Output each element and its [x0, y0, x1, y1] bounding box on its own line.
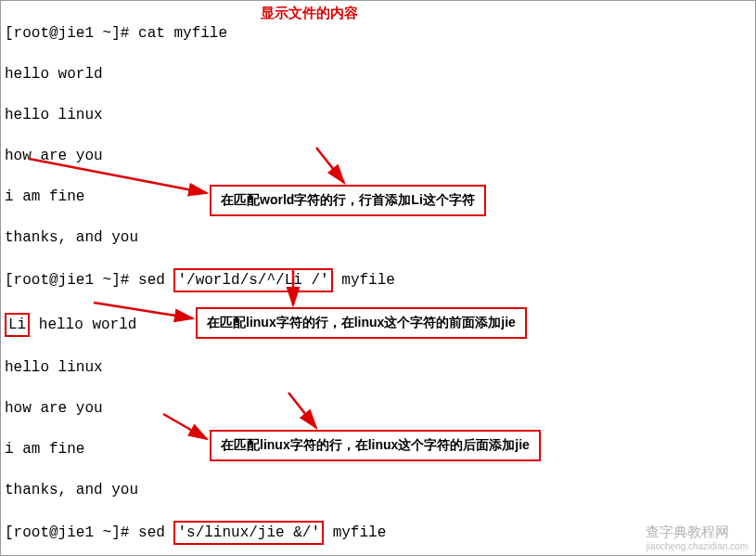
- watermark-sub: jiaocheng.chazidian.com: [646, 541, 748, 551]
- cmd-sed: sed: [138, 272, 173, 289]
- cmd-cat: cat myfile: [138, 25, 227, 42]
- terminal-output: [root@jie1 ~]# cat myfile hello world he…: [1, 1, 755, 556]
- output-line: how are you: [5, 146, 751, 166]
- cmd-sed: sed: [138, 524, 173, 541]
- cmd-line-sed1: [root@jie1 ~]# sed '/world/s/^/Li /' myf…: [5, 268, 751, 292]
- output-line: how are you: [5, 398, 751, 419]
- output-text: hello world: [30, 317, 136, 333]
- cmd-line-cat: [root@jie1 ~]# cat myfile: [5, 23, 751, 44]
- sed-arg-box: '/world/s/^/Li /': [173, 268, 332, 292]
- annotation-box-1: 在匹配world字符的行，行首添加Li这个字符: [210, 185, 486, 216]
- prompt: [root@jie1 ~]#: [5, 25, 129, 42]
- cmd-line-sed2: [root@jie1 ~]# sed 's/linux/jie &/' myfi…: [5, 521, 751, 545]
- watermark: 查字典教程网 jiaocheng.chazidian.com: [646, 524, 748, 551]
- output-line: hello linux: [5, 357, 751, 378]
- output-line: thanks, and you: [5, 227, 751, 248]
- watermark-main: 查字典教程网: [646, 524, 729, 539]
- annotation-box-3: 在匹配linux字符的行，在linux这个字符的后面添加jie: [210, 430, 541, 461]
- prompt: [root@jie1 ~]#: [5, 272, 129, 289]
- output-line: thanks, and you: [5, 480, 751, 500]
- output-line: hello world: [5, 64, 751, 84]
- result-highlight-li: Li: [5, 313, 30, 337]
- cmd-file: myfile: [333, 272, 395, 289]
- cmd-file: myfile: [324, 524, 386, 541]
- output-line: hello linux: [5, 105, 751, 125]
- annotation-title: 显示文件的内容: [261, 5, 358, 22]
- prompt: [root@jie1 ~]#: [5, 524, 129, 541]
- sed-arg-box: 's/linux/jie &/': [173, 521, 324, 545]
- annotation-box-2: 在匹配linux字符的行，在linux这个字符的前面添加jie: [196, 307, 527, 339]
